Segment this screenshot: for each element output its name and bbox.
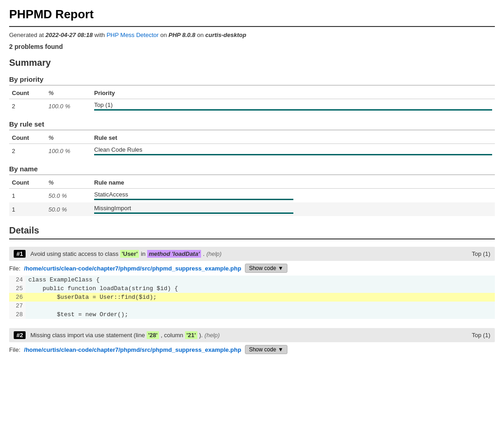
code-row: 27 [9, 302, 495, 310]
cell-pct: 50.0 % [46, 202, 91, 216]
violation-1-class: 'User' [120, 250, 139, 258]
code-row: 25 public function loadData(string $id) … [9, 284, 495, 293]
rule-bar [94, 109, 492, 111]
cell-pct: 100.0 % [46, 144, 91, 158]
rule-bar [94, 212, 293, 214]
violation-1-file-info: File: /home/curtis/clean-code/chapter7/p… [9, 264, 495, 273]
cell-pct: 100.0 % [46, 99, 91, 113]
by-name-table: Count % Rule name 150.0 %StaticAccess150… [9, 177, 495, 216]
by-ruleset-table: Count % Rule set 2100.0 %Clean Code Rule… [9, 132, 495, 158]
show-code-label-2: Show code [249, 346, 276, 353]
violation-1: #1 Avoid using static access to class 'U… [9, 247, 495, 319]
show-code-button-1[interactable]: Show code ▼ [245, 264, 287, 273]
line-code: class ExampleClass { [26, 276, 495, 284]
violation-2-msg-mid: , column [161, 332, 183, 339]
col-count-header2: Count [9, 132, 46, 144]
show-code-chevron-1: ▼ [278, 265, 283, 271]
violation-2-file-label: File: [9, 346, 21, 353]
code-row: 26 $userData = User::find($id); [9, 293, 495, 302]
violation-1-help[interactable]: (help) [207, 250, 222, 257]
col-priority-header: Priority [91, 87, 495, 99]
col-ruleset-header: Rule set [91, 132, 495, 144]
show-code-label-1: Show code [249, 265, 276, 271]
generated-on: on [159, 32, 169, 38]
hostname: curtis-desktop [205, 32, 246, 38]
cell-pct: 50.0 % [46, 189, 91, 203]
violation-2-file-path-plain: /home/curtis/clean-code/chapter7/phpmd/s… [24, 346, 152, 353]
line-code [26, 302, 495, 310]
by-ruleset-heading: By rule set [9, 120, 495, 130]
col-pct-header3: % [46, 177, 91, 189]
violation-2-col: '21' [185, 331, 197, 339]
line-code: $userData = User::find($id); [26, 293, 495, 302]
by-priority-table: Count % Priority 2100.0 %Top (1) [9, 87, 495, 113]
cell-count: 2 [9, 144, 46, 158]
violation-1-number: #1 [14, 250, 26, 258]
code-row: 24class ExampleClass { [9, 276, 495, 284]
generated-mid: with [93, 32, 106, 38]
table-row: 2100.0 %Clean Code Rules [9, 144, 495, 158]
violation-2-file-link[interactable]: /home/curtis/clean-code/chapter7/phpmd/s… [24, 346, 241, 353]
code-table-1: 24class ExampleClass {25 public function… [9, 276, 495, 319]
details-section: Details #1 Avoid using static access to … [9, 225, 495, 354]
generated-prefix: Generated at [9, 32, 46, 38]
by-name-heading: By name [9, 165, 495, 175]
col-rulename-header: Rule name [91, 177, 495, 189]
line-code: public function loadData(string $id) { [26, 284, 495, 293]
violation-1-file-bold: phpmd_suppress_example.php [152, 265, 241, 272]
violation-2-header: #2 Missing class import via use statemen… [9, 328, 495, 342]
violation-1-msg-mid: in [141, 250, 145, 257]
table-row: 150.0 %MissingImport [9, 202, 495, 216]
violation-1-msg-pre: Avoid using static access to class [30, 250, 118, 257]
cell-name: MissingImport [91, 202, 495, 216]
line-number: 27 [9, 302, 26, 310]
cell-count: 1 [9, 189, 46, 203]
violation-2-file-info: File: /home/curtis/clean-code/chapter7/p… [9, 345, 495, 354]
col-pct-header: % [46, 87, 91, 99]
show-code-button-2[interactable]: Show code ▼ [245, 345, 287, 354]
violation-1-file-link[interactable]: /home/curtis/clean-code/chapter7/phpmd/s… [24, 265, 241, 272]
details-heading: Details [9, 225, 495, 239]
line-number: 26 [9, 293, 26, 302]
violation-2-msg-post: ). [199, 332, 203, 339]
violation-1-header: #1 Avoid using static access to class 'U… [9, 247, 495, 261]
col-count-header: Count [9, 87, 46, 99]
violation-2-help[interactable]: (help) [205, 332, 220, 339]
table-row: 150.0 %StaticAccess [9, 189, 495, 203]
problems-count: 2 problems found [9, 43, 495, 50]
violation-2-number: #2 [14, 331, 26, 339]
violation-1-msg-post: . [203, 250, 205, 257]
by-priority-heading: By priority [9, 75, 495, 85]
code-row: 28 $test = new Order(); [9, 310, 495, 319]
line-number: 25 [9, 284, 26, 293]
table-row: 2100.0 %Top (1) [9, 99, 495, 113]
show-code-chevron-2: ▼ [278, 346, 283, 353]
violation-2-line: '28' [147, 331, 159, 339]
cell-name: Clean Code Rules [91, 144, 495, 158]
violation-1-file-label: File: [9, 265, 21, 272]
cell-name: StaticAccess [91, 189, 495, 203]
cell-count: 2 [9, 99, 46, 113]
col-count-header3: Count [9, 177, 46, 189]
violation-2-priority: Top (1) [472, 332, 490, 339]
page-title: PHPMD Report [9, 7, 495, 27]
generated-datetime: 2022-04-27 08:18 [46, 32, 93, 38]
violation-1-file-path-plain: /home/curtis/clean-code/chapter7/phpmd/s… [24, 265, 152, 272]
line-number: 28 [9, 310, 26, 319]
rule-bar [94, 199, 293, 200]
generated-on2: on [196, 32, 206, 38]
violation-2-msg-pre: Missing class import via use statement (… [30, 332, 145, 339]
line-number: 24 [9, 276, 26, 284]
summary-heading: Summary [9, 58, 495, 68]
col-pct-header2: % [46, 132, 91, 144]
rule-bar [94, 154, 492, 155]
cell-count: 1 [9, 202, 46, 216]
cell-name: Top (1) [91, 99, 495, 113]
generated-info: Generated at 2022-04-27 08:18 with PHP M… [9, 32, 495, 38]
line-code: $test = new Order(); [26, 310, 495, 319]
violation-2-file-bold: phpmd_suppress_example.php [152, 346, 241, 353]
violation-2: #2 Missing class import via use statemen… [9, 328, 495, 354]
tool-link[interactable]: PHP Mess Detector [106, 32, 159, 38]
violation-1-method: method 'loadData' [147, 250, 201, 258]
violation-1-priority: Top (1) [472, 250, 490, 257]
